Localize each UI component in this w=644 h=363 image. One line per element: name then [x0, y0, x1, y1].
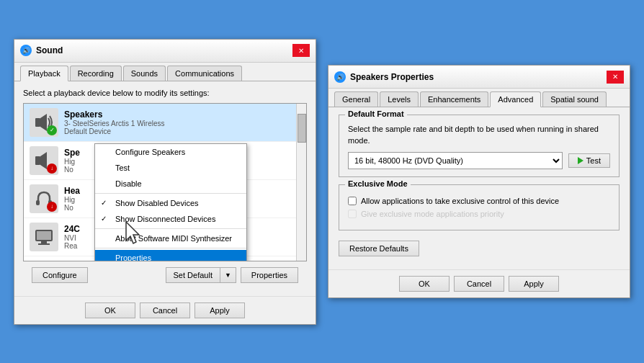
speakers-badge: ✓ — [47, 125, 57, 135]
nvidia-icon: ↓ — [30, 261, 58, 261]
sound-ok-cancel: OK Cancel Apply — [14, 296, 316, 324]
context-configure-speakers[interactable]: Configure Speakers — [95, 144, 246, 160]
allow-exclusive-checkbox[interactable] — [348, 197, 357, 205]
svg-marker-3 — [40, 152, 47, 169]
exclusive-mode-label: Exclusive Mode — [345, 179, 411, 188]
monitor-icon — [30, 223, 58, 251]
give-priority-label: Give exclusive mode applications priorit… — [361, 210, 504, 218]
svg-rect-8 — [41, 241, 47, 243]
speakers-cancel-button[interactable]: Cancel — [454, 276, 504, 292]
restore-row: Restore Defaults — [339, 238, 620, 262]
context-show-disabled[interactable]: ✓ Show Disabled Devices — [95, 195, 246, 211]
context-show-disconnected[interactable]: ✓ Show Disconnected Devices — [95, 211, 246, 227]
headphones-badge: ↓ — [47, 202, 57, 212]
tab-sounds[interactable]: Sounds — [123, 66, 166, 81]
svg-marker-1 — [40, 114, 47, 131]
svg-rect-4 — [36, 200, 40, 205]
speakers-content: Default Format Select the sample rate an… — [328, 107, 630, 269]
speakers-detail: 3- SteelSeries Arctis 1 Wireless — [64, 120, 300, 127]
speakers-tabs: General Levels Enhancements Advanced Spa… — [328, 89, 630, 107]
sound-title-bar: 🔊 Sound ✕ — [14, 40, 316, 63]
check-disabled-icon: ✓ — [101, 199, 107, 207]
tab-advanced[interactable]: Advanced — [490, 91, 541, 107]
speakers-apply-button[interactable]: Apply — [509, 276, 559, 292]
allow-exclusive-label: Allow applications to take exclusive con… — [361, 197, 559, 205]
restore-defaults-button[interactable]: Restore Defaults — [339, 241, 419, 256]
device-list: ✓ Speakers 3- SteelSeries Arctis 1 Wirel… — [23, 103, 307, 261]
sound-footer: Configure Set Default ▼ Properties — [23, 261, 307, 289]
check-disconnected-icon: ✓ — [101, 215, 107, 223]
context-about-midi[interactable]: About Software MIDI Synthesizer — [95, 230, 246, 246]
context-properties[interactable]: Properties — [95, 250, 246, 261]
set-default-split: Set Default ▼ — [166, 267, 236, 283]
format-select[interactable]: 16 bit, 44100 Hz (CD Quality)16 bit, 480… — [348, 152, 563, 169]
speakers-info: Speakers 3- SteelSeries Arctis 1 Wireles… — [64, 109, 300, 135]
sound-close-button[interactable]: ✕ — [292, 44, 310, 57]
default-format-label: Default Format — [345, 109, 407, 118]
speakers-ok-button[interactable]: OK — [399, 276, 450, 292]
tab-playback[interactable]: Playback — [20, 66, 68, 81]
exclusive-mode-group: Exclusive Mode Allow applications to tak… — [339, 184, 620, 230]
sound-tabs: Playback Recording Sounds Communications — [14, 63, 316, 81]
sound-content: Select a playback device below to modify… — [14, 81, 316, 296]
tab-communications[interactable]: Communications — [167, 66, 242, 81]
tab-spatial-sound[interactable]: Spatial sound — [542, 91, 607, 107]
test-button[interactable]: Test — [568, 153, 610, 168]
device-item-speakers[interactable]: ✓ Speakers 3- SteelSeries Arctis 1 Wirel… — [24, 104, 306, 142]
sound-apply-button[interactable]: Apply — [194, 302, 245, 318]
set-default-arrow[interactable]: ▼ — [220, 267, 236, 283]
sound-ok-button[interactable]: OK — [85, 302, 135, 318]
context-test[interactable]: Test — [95, 160, 246, 176]
sound-icon: 🔊 — [20, 45, 32, 56]
speakers-ok-cancel: OK Cancel Apply — [328, 269, 630, 297]
allow-exclusive-row: Allow applications to take exclusive con… — [348, 197, 610, 205]
tab-general[interactable]: General — [334, 91, 378, 107]
speakers-dialog: 🔊 Speakers Properties ✕ General Levels E… — [328, 65, 630, 298]
context-menu: Configure Speakers Test Disable ✓ Show D… — [94, 143, 247, 261]
device2-icon: ↓ — [30, 146, 58, 175]
tab-enhancements[interactable]: Enhancements — [420, 91, 488, 107]
tab-recording[interactable]: Recording — [70, 66, 122, 81]
sound-description: Select a playback device below to modify… — [23, 89, 307, 97]
context-separator-2 — [95, 228, 246, 229]
set-default-button[interactable]: Set Default — [166, 267, 220, 283]
play-icon — [578, 157, 583, 164]
svg-rect-9 — [38, 243, 50, 245]
scrollbar-thumb[interactable] — [298, 114, 306, 143]
sound-properties-button[interactable]: Properties — [241, 267, 298, 283]
give-priority-checkbox[interactable] — [348, 210, 357, 218]
speakers-dialog-icon: 🔊 — [334, 71, 346, 83]
svg-rect-2 — [35, 156, 40, 165]
device2-badge: ↓ — [47, 163, 57, 174]
svg-rect-0 — [35, 118, 40, 127]
format-row: 16 bit, 44100 Hz (CD Quality)16 bit, 480… — [348, 152, 610, 169]
svg-rect-7 — [37, 231, 51, 240]
speakers-title-bar: 🔊 Speakers Properties ✕ — [328, 66, 630, 89]
sound-dialog: 🔊 Sound ✕ Playback Recording Sounds Comm… — [14, 39, 316, 325]
speakers-status: Default Device — [64, 127, 300, 135]
configure-button[interactable]: Configure — [32, 267, 88, 283]
speakers-title-text: Speakers Properties — [350, 72, 434, 82]
default-format-group: Default Format Select the sample rate an… — [339, 115, 620, 177]
speakers-icon: ✓ — [30, 108, 58, 137]
context-separator-1 — [95, 193, 246, 194]
sound-title-left: 🔊 Sound — [20, 45, 63, 56]
default-format-desc: Select the sample rate and bit depth to … — [348, 124, 610, 146]
context-disable[interactable]: Disable — [95, 176, 246, 192]
give-priority-row: Give exclusive mode applications priorit… — [348, 210, 610, 218]
speakers-name: Speakers — [64, 109, 300, 120]
speakers-close-button[interactable]: ✕ — [607, 71, 624, 84]
sound-title-text: Sound — [36, 45, 63, 55]
tab-levels[interactable]: Levels — [380, 91, 419, 107]
list-scrollbar[interactable] — [296, 104, 306, 261]
speakers-title-left: 🔊 Speakers Properties — [334, 71, 434, 83]
headphones-icon: ↓ — [30, 184, 58, 213]
sound-cancel-button[interactable]: Cancel — [140, 302, 190, 318]
context-separator-3 — [95, 248, 246, 248]
